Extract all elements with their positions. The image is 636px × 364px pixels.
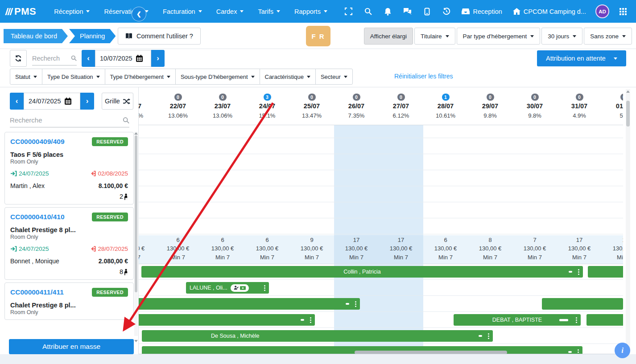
reservation-card[interactable]: CC00000410/410 RESERVED Chalet Prestige …	[4, 207, 134, 280]
reservation-bar[interactable]: De Sousa , Michèle	[142, 330, 493, 342]
reservation-bar[interactable]	[588, 266, 623, 278]
history-icon[interactable]	[438, 4, 455, 20]
sidebar-search-input[interactable]	[10, 116, 123, 124]
chevron-down-icon	[344, 76, 347, 78]
shuffle-icon	[123, 98, 130, 104]
app-logo[interactable]: PMS	[6, 6, 36, 17]
reservation-bars-layer: Collin , PatriciaLALUNE , Oli...DEBAT , …	[139, 87, 623, 354]
group-by-dropdown[interactable]: Par type d'hébergement	[457, 28, 541, 45]
kebab-menu-icon[interactable]	[488, 335, 489, 337]
notifications-bell-icon[interactable]	[379, 4, 396, 20]
kebab-menu-icon[interactable]	[578, 271, 579, 273]
range-dropdown[interactable]: 30 jours	[541, 28, 582, 45]
checkin-icon	[10, 171, 17, 176]
filter-dropdown-1[interactable]: Type De Situation	[42, 69, 105, 85]
date-input[interactable]: 10/07/2025	[95, 50, 151, 67]
how-to-use-button[interactable]: Comment l'utiliser ?	[118, 28, 201, 45]
menu-réservations[interactable]: Réservations	[99, 4, 154, 19]
planning-vertical-scrollbar[interactable]	[626, 89, 630, 353]
filter-dropdown-3[interactable]: Sous-type D'hébergement	[175, 69, 260, 85]
dash-icon	[301, 319, 304, 321]
reservation-ref-link[interactable]: CC00000409/409	[10, 138, 65, 146]
breadcrumb-dashboard[interactable]: Tableau de bord	[4, 29, 68, 43]
reservation-bar[interactable]: DEBAT , BAPTISTE	[454, 314, 581, 326]
sidebar-search	[10, 113, 129, 127]
reservation-bar[interactable]: Collin , Patricia	[141, 266, 583, 278]
reservation-card[interactable]: CC00000411/411 RESERVED Chalet Prestige …	[4, 282, 134, 320]
grid-view-button[interactable]: Grille	[102, 93, 133, 110]
checkin-icon	[10, 246, 17, 252]
dash-icon	[568, 351, 572, 353]
filter-dropdown-0[interactable]: Statut	[10, 69, 42, 85]
bulk-assign-button[interactable]: Attribuer en masse	[9, 339, 134, 354]
sidebar-date-input[interactable]: 24/07/2025	[24, 93, 80, 110]
chevron-down-icon	[240, 10, 244, 12]
sidebar-next-day-button[interactable]: ›	[80, 93, 94, 110]
kebab-menu-icon[interactable]	[355, 303, 356, 305]
next-day-button[interactable]: ›	[151, 50, 165, 67]
breadcrumb-planning[interactable]: Planning	[69, 29, 116, 43]
filter-dropdown-4[interactable]: Caractéristique	[260, 69, 316, 85]
zone-dropdown[interactable]: Sans zone	[584, 28, 632, 45]
menu-cardex[interactable]: Cardex	[211, 4, 249, 19]
kebab-menu-icon[interactable]	[310, 319, 311, 321]
reservation-bar[interactable]	[586, 314, 623, 326]
rate-plan: Room Only	[10, 234, 128, 240]
reservation-ref-link[interactable]: CC00000411/411	[10, 288, 64, 296]
reservation-card-list: CC00000409/409 RESERVED Taos F 5/6 place…	[4, 132, 134, 336]
info-button[interactable]: i	[615, 343, 630, 358]
property-switcher[interactable]: CPCOM Camping d...	[509, 8, 590, 15]
horizontal-scrollbar[interactable]	[355, 351, 507, 354]
search-icon	[71, 55, 77, 61]
workstation-switcher[interactable]: Reception	[458, 8, 506, 15]
reservation-bar[interactable]	[542, 298, 623, 310]
status-badge: RESERVED	[92, 288, 128, 297]
refresh-button[interactable]	[10, 50, 27, 67]
planning-toolbar: ‹ 10/07/2025 › Attribution en attente	[0, 49, 636, 68]
pax-row: 8	[10, 268, 128, 275]
mobile-device-icon[interactable]	[418, 4, 435, 20]
rate-plan: Room Only	[10, 309, 128, 315]
filter-dropdown-5[interactable]: Secteur	[315, 69, 353, 85]
filter-dropdown-2[interactable]: Type D'hébergement	[105, 69, 176, 85]
kebab-menu-icon[interactable]	[578, 352, 579, 353]
kebab-menu-icon[interactable]	[264, 287, 265, 289]
status-badge: RESERVED	[92, 137, 128, 146]
reservation-ref-link[interactable]: CC00000410/410	[10, 213, 65, 221]
chevron-down-icon	[198, 10, 202, 12]
pax-row: 2	[10, 193, 128, 200]
reservation-bar[interactable]	[139, 298, 360, 310]
planning-search-input[interactable]	[32, 55, 71, 62]
menu-rapports[interactable]: Rapports	[289, 4, 333, 19]
collapse-sidebar-button[interactable]: ❮	[132, 7, 146, 21]
menu-tarifs[interactable]: Tarifs	[252, 4, 285, 19]
menu-réception[interactable]: Réception	[49, 4, 95, 19]
pending-attribution-dropdown[interactable]: Attribution en attente	[537, 50, 626, 66]
chevron-down-icon	[277, 10, 280, 12]
fullscreen-icon[interactable]	[340, 4, 357, 20]
expand-view-button[interactable]: Afficher élargi	[364, 28, 413, 45]
prev-day-button[interactable]: ‹	[82, 50, 95, 67]
user-avatar[interactable]: AD	[595, 4, 609, 18]
pax-count: 2	[120, 193, 123, 200]
kebab-menu-icon[interactable]	[576, 319, 577, 321]
chevron-down-icon	[622, 35, 626, 37]
reset-filters-link[interactable]: Réinitialiser les filtres	[394, 73, 453, 80]
holder-dropdown[interactable]: Titulaire	[414, 28, 455, 45]
filter-group: StatutType De SituationType D'hébergemen…	[10, 69, 353, 85]
apps-grid-icon[interactable]	[615, 4, 632, 20]
chevron-down-icon	[614, 57, 617, 60]
sidebar-prev-day-button[interactable]: ‹	[10, 93, 24, 110]
reservation-bar[interactable]	[139, 314, 315, 326]
sidebar-scrollbar[interactable]	[134, 132, 138, 336]
language-button[interactable]: F R	[306, 26, 330, 46]
reservation-bar[interactable]: LALUNE , Oli...	[186, 282, 269, 294]
reservation-card[interactable]: CC00000409/409 RESERVED Taos F 5/6 place…	[4, 132, 134, 204]
accommodation-type: Taos F 5/6 places	[10, 151, 128, 158]
messages-chat-icon[interactable]	[399, 4, 416, 20]
menu-facturation[interactable]: Facturation	[157, 4, 207, 19]
search-icon[interactable]	[359, 4, 376, 20]
home-icon	[513, 8, 520, 15]
reservation-guest-label: LALUNE , Oli...	[190, 285, 227, 291]
page-header: Tableau de bord Planning Comment l'utili…	[0, 23, 636, 49]
